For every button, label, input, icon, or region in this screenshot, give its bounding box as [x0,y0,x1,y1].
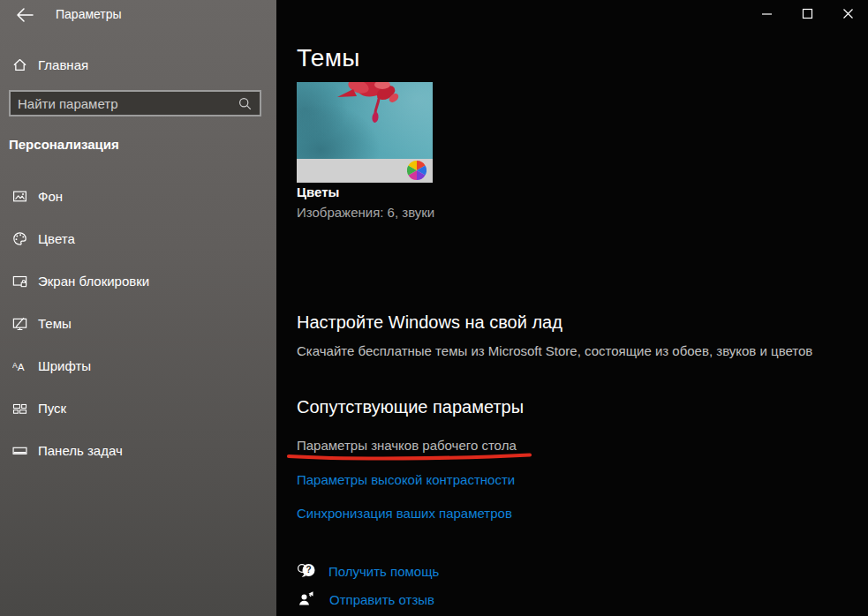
sidebar-item-fonts[interactable]: AA Шрифты [0,344,276,387]
customize-heading: Настройте Windows на свой лад [297,312,562,333]
link-high-contrast-settings[interactable]: Параметры высокой контрастности [297,472,515,487]
background-icon [12,189,27,204]
get-help-label: Получить помощь [328,564,439,579]
sidebar-item-label: Панель задач [38,443,123,458]
get-help-icon: ? [297,561,317,582]
search-box [9,90,261,116]
search-icon[interactable] [238,97,252,110]
color-wheel-icon [407,161,426,180]
feedback-icon [298,590,318,610]
search-input[interactable] [11,96,238,111]
link-desktop-icon-settings[interactable]: Параметры значков рабочего стола [297,438,517,453]
minimize-button[interactable] [746,0,787,26]
customize-description: Скачайте бесплатные темы из Microsoft St… [297,343,812,358]
sidebar-item-label: Пуск [38,401,66,416]
maximize-button[interactable] [787,0,827,26]
svg-text:A: A [18,360,25,372]
sidebar-item-label: Экран блокировки [38,274,149,289]
minimize-icon [761,8,773,19]
sidebar-item-label: Цвета [38,231,75,246]
taskbar-icon [12,443,27,458]
settings-sidebar: Параметры Главная Персонализация Фон Цве… [0,0,276,616]
close-icon [842,8,854,19]
theme-thumbnail [297,82,433,159]
maximize-icon [802,8,813,19]
themes-icon [12,316,27,331]
sidebar-item-label: Фон [38,189,63,204]
sidebar-item-lock-screen[interactable]: Экран блокировки [0,259,276,302]
sidebar-item-label: Главная [38,57,88,72]
flower-image [297,82,433,159]
svg-text:?: ? [306,565,311,575]
back-button[interactable] [12,4,37,26]
get-help-link[interactable]: ? Получить помощь [297,561,439,582]
theme-meta: Изображения: 6, звуки [297,205,434,220]
send-feedback-link[interactable]: Отправить отзыв [298,590,434,610]
sidebar-nav: Фон Цвета Экран блокировки Темы AA Шрифт… [0,175,276,471]
close-button[interactable] [827,0,868,26]
colors-icon [12,231,27,246]
sidebar-item-colors[interactable]: Цвета [0,217,276,259]
sidebar-item-start[interactable]: Пуск [0,387,276,429]
app-title: Параметры [56,7,122,21]
home-icon [12,57,27,72]
sidebar-item-taskbar[interactable]: Панель задач [0,429,276,471]
sidebar-item-themes[interactable]: Темы [0,302,276,344]
theme-name: Цветы [297,184,339,199]
sidebar-item-home[interactable]: Главная [0,50,276,79]
sidebar-item-label: Шрифты [38,358,91,373]
link-sync-settings[interactable]: Синхронизация ваших параметров [297,506,512,521]
page-title: Темы [297,44,360,72]
theme-thumbnail-strip [297,159,433,183]
section-heading: Персонализация [9,137,119,152]
fonts-icon: AA [12,358,27,373]
back-arrow-icon [16,8,34,22]
send-feedback-label: Отправить отзыв [329,592,434,607]
window-controls [746,0,868,26]
current-theme-card[interactable] [297,82,433,183]
sidebar-item-label: Темы [38,316,72,331]
related-settings-heading: Сопутствующие параметры [297,397,524,417]
sidebar-item-background[interactable]: Фон [0,175,276,217]
lock-screen-icon [12,274,27,289]
start-icon [12,401,27,416]
